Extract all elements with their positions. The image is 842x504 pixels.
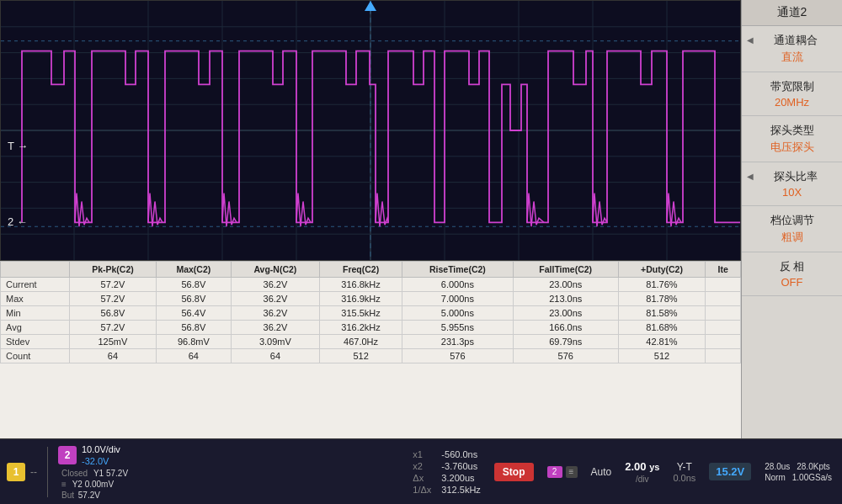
main-container: T → 2 ← Pk-Pk(C2) Max(C2) Avg-N(C2) Freq… [0,0,842,438]
cell-avgn: 64 [231,349,319,363]
ch2-y2-row: ≡ Y2 0.00mV [61,480,128,489]
ch2-small-badge: 2 [547,466,562,478]
acq-val-2: 28.0Kpts [797,462,829,471]
ch2-but-val: 57.2V [78,491,100,500]
right-panel-invert[interactable]: 反 相 OFF [742,252,842,296]
cell-duty: 81.68% [618,321,706,335]
ax-label: Δx [413,473,431,483]
ch2-y1: Y1 57.2V [93,469,128,478]
cell-max: 56.8V [157,292,232,306]
panel-item-value: 10X [747,186,837,199]
panel-item-value: 粗调 [747,230,837,245]
acq-val-1: 28.0us [765,462,790,471]
ch2-marker: 2 ← [8,215,28,228]
cell-ite [706,292,741,306]
freq-val: 312.5kHz [441,485,480,495]
panel-item-value: 20MHz [747,96,837,109]
row-label: Count [1,349,70,363]
cell-pkpk: 125mV [69,335,156,349]
grid-svg [1,1,740,260]
row-label: Avg [1,321,70,335]
cell-fall: 69.79ns [513,335,618,349]
ch2-y2: Y2 0.00mV [72,480,114,489]
right-panel-vertAdj[interactable]: 档位调节 粗调 [742,206,842,252]
voltage-level: 15.2V [709,463,751,480]
cell-freq: 316.9kHz [320,292,402,306]
cell-avgn: 36.2V [231,292,319,306]
panel-item-label: 带宽限制 [747,79,837,94]
x1-val: -560.0ns [441,449,480,459]
cell-freq: 315.5kHz [320,306,402,321]
ch2-div-val: 10.0V/div [82,443,120,455]
bottom-bar: 1 -- 2 10.0V/div -32.0V Closed Y1 57.2V [0,438,842,504]
sample-rate: 1.00GSa/s [792,473,832,482]
cell-ite [706,335,741,349]
table-row: Min 56.8V 56.4V 36.2V 315.5kHz 5.000ns 2… [1,306,741,321]
table-row: Avg 57.2V 56.8V 36.2V 316.2kHz 5.955ns 1… [1,321,741,335]
right-panel-coupling[interactable]: ◀ 通道耦合 直流 [742,26,842,72]
x1-label: x1 [413,449,431,459]
x2-val: -3.760us [441,461,480,471]
scope-area: T → 2 ← Pk-Pk(C2) Max(C2) Avg-N(C2) Freq… [0,0,741,438]
cell-max: 56.4V [157,306,232,321]
right-panel-header: 通道2 [742,0,842,26]
table-row: Current 57.2V 56.8V 36.2V 316.8kHz 6.000… [1,278,741,292]
cell-avgn: 36.2V [231,278,319,292]
cell-max: 56.8V [157,278,232,292]
col-freq: Freq(C2) [320,262,402,278]
cell-rise: 7.000ns [402,292,514,306]
row-label: Max [1,292,70,306]
cell-duty: 81.76% [618,278,706,292]
y-t-info: Y-T 0.0ns [673,461,695,483]
col-label [1,262,70,278]
table-row: Max 57.2V 56.8V 36.2V 316.9kHz 7.000ns 2… [1,292,741,306]
y-offset: 0.0ns [673,473,695,483]
cell-max: 96.8mV [157,335,232,349]
right-panel-bandwidth[interactable]: 带宽限制 20MHz [742,72,842,116]
waveform-display: T → 2 ← [0,0,741,261]
cell-duty: 81.78% [618,292,706,306]
panel-item-label: 探头比率 [747,169,837,184]
cell-ite [706,278,741,292]
ch2-but-row: But 57.2V [61,491,128,500]
cell-avgn: 3.09mV [231,335,319,349]
cell-fall: 166.0ns [513,321,618,335]
row-label: Min [1,306,70,321]
cell-ite [706,349,741,363]
ch2-neg-val: -32.0V [82,455,120,467]
right-panel: 通道2 ◀ 通道耦合 直流 带宽限制 20MHz 探头类型 电压探头 ◀ 探头比… [741,0,842,438]
ch2-closed: Closed Y1 57.2V [61,469,128,478]
bottom-right: x1 -560.0ns x2 -3.760us Δx 3.200us 1/Δx … [135,439,842,504]
cell-pkpk: 57.2V [69,292,156,306]
timebase-unit: /div [636,475,649,484]
cell-rise: 5.955ns [402,321,514,335]
table-row: Stdev 125mV 96.8mV 3.09mV 467.0Hz 231.3p… [1,335,741,349]
right-panel-title: 通道2 [777,5,807,19]
ch1-dash: -- [30,466,37,478]
arrow-icon: ◀ [747,35,754,45]
cell-duty: 81.58% [618,306,706,321]
right-panel-probeType[interactable]: 探头类型 电压探头 [742,116,842,162]
ch2-info: 2 10.0V/div -32.0V Closed Y1 57.2V ≡ Y2 … [58,443,128,501]
table-row: Count 64 64 64 512 576 576 512 [1,349,741,363]
cell-duty: 42.81% [618,335,706,349]
cell-pkpk: 57.2V [69,278,156,292]
ch1-row: 1 -- [7,463,37,481]
stop-button[interactable]: Stop [494,463,534,481]
panel-item-value: OFF [747,276,837,289]
cell-avgn: 36.2V [231,321,319,335]
col-ite: Ite [706,262,741,278]
cell-fall: 23.00ns [513,278,618,292]
cell-pkpk: 64 [69,349,156,363]
measurement-table: Pk-Pk(C2) Max(C2) Avg-N(C2) Freq(C2) Ris… [0,261,741,438]
panel-item-value: 电压探头 [747,140,837,155]
cell-max: 64 [157,349,232,363]
t-marker-text: T → [8,140,28,152]
cell-fall: 23.00ns [513,306,618,321]
ch2-extra: ≡ [566,466,578,478]
panel-item-label: 探头类型 [747,123,837,138]
col-fall: FallTime(C2) [513,262,618,278]
row-label: Stdev [1,335,70,349]
cell-avgn: 36.2V [231,306,319,321]
right-panel-probeRatio[interactable]: ◀ 探头比率 10X [742,162,842,206]
